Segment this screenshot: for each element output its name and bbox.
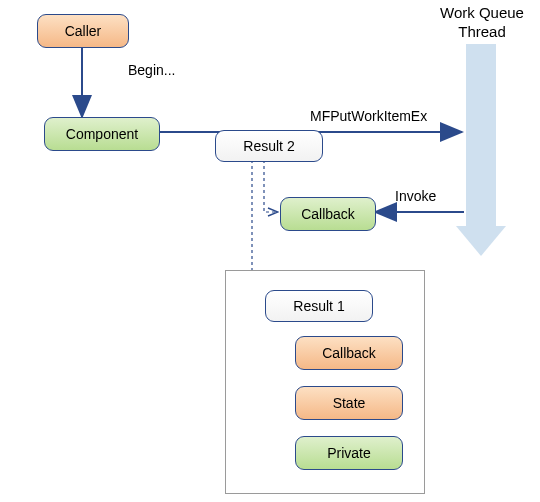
svg-rect-0 [466, 44, 496, 226]
node-r1-callback-label: Callback [322, 345, 376, 361]
node-r1-private: Private [295, 436, 403, 470]
diagram-canvas: Work Queue Thread Begin... MFPutWorkItem… [0, 0, 540, 502]
node-r1-state-label: State [333, 395, 366, 411]
edge-put-label: MFPutWorkItemEx [310, 108, 427, 124]
edge-result2-to-callback [264, 160, 278, 212]
work-queue-header: Work Queue Thread [430, 4, 534, 42]
node-r1-private-label: Private [327, 445, 371, 461]
work-queue-header-text: Work Queue Thread [440, 4, 524, 40]
svg-marker-1 [456, 226, 506, 256]
node-result2: Result 2 [215, 130, 323, 162]
node-component-label: Component [66, 126, 138, 142]
work-queue-arrow [456, 44, 506, 256]
node-callback-label: Callback [301, 206, 355, 222]
edge-invoke-label: Invoke [395, 188, 436, 204]
node-callback: Callback [280, 197, 376, 231]
node-result2-label: Result 2 [243, 138, 294, 154]
node-r1-state: State [295, 386, 403, 420]
edge-begin-label: Begin... [128, 62, 175, 78]
node-r1-callback: Callback [295, 336, 403, 370]
node-result1-label: Result 1 [293, 298, 344, 314]
node-result1: Result 1 [265, 290, 373, 322]
node-caller-label: Caller [65, 23, 102, 39]
node-component: Component [44, 117, 160, 151]
node-caller: Caller [37, 14, 129, 48]
